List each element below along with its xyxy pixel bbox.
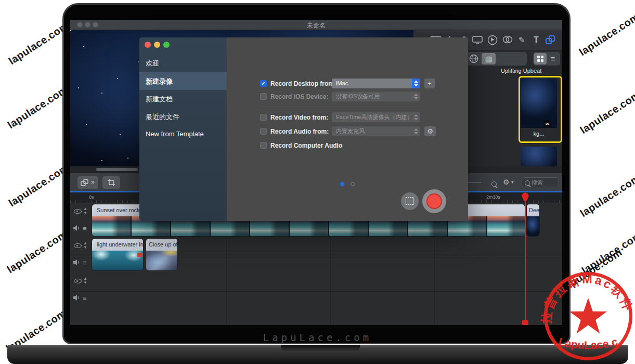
text-icon[interactable]: T bbox=[530, 35, 542, 45]
sidebar-item-recent-files[interactable]: 最近的文件 bbox=[146, 112, 224, 122]
app-titlebar: 未命名 bbox=[70, 20, 562, 30]
dialog-zoom-button[interactable] bbox=[163, 42, 170, 48]
track1-reorder-down-icon[interactable]: ▼ bbox=[83, 211, 87, 215]
record-computer-audio-label: Record Computer Audio bbox=[270, 142, 342, 149]
media-item-label: kg... bbox=[521, 131, 557, 137]
link-circles-icon[interactable] bbox=[502, 35, 513, 44]
sidebar-item-new-document[interactable]: 新建文档 bbox=[146, 95, 224, 104]
pencil-icon[interactable]: ✎ bbox=[516, 35, 527, 45]
timeline-tracks: ▲ ▼ ≡ Sunset over rocky s Dee ▲ ▼ ≡ ligh… bbox=[70, 203, 562, 325]
stepper-icon bbox=[412, 112, 420, 122]
scrollbar[interactable] bbox=[96, 168, 138, 171]
media-item-thumb[interactable] bbox=[521, 147, 557, 166]
clip-closeup[interactable]: Close up of bbox=[146, 238, 178, 271]
record-video-label: Record Video from: bbox=[270, 114, 328, 121]
track2-reorder-up-icon[interactable]: ▲ bbox=[83, 241, 87, 245]
grid-view-icon[interactable] bbox=[534, 53, 547, 64]
globe-tab-icon[interactable] bbox=[466, 53, 481, 64]
record-desktop-checkbox[interactable]: ✓ bbox=[260, 80, 267, 87]
playhead-pin[interactable] bbox=[521, 193, 529, 203]
keypad-tab-icon[interactable]: ▦ bbox=[482, 53, 496, 64]
track2-visibility-icon[interactable] bbox=[74, 243, 82, 248]
stepper-icon bbox=[412, 92, 420, 101]
sidebar-item-welcome[interactable]: 欢迎 bbox=[146, 59, 224, 68]
dialog-content: ✓ Record Desktop from: iMac + Record iOS… bbox=[227, 37, 468, 221]
clip-title: light underwater in bbox=[92, 239, 143, 251]
crop-button[interactable] bbox=[102, 176, 120, 189]
new-recording-dialog: 欢迎 新建录像 新建文档 最近的文件 New from Template ✓ R… bbox=[139, 37, 468, 221]
track2-audio-icon[interactable] bbox=[73, 259, 80, 266]
record-computer-audio-checkbox[interactable] bbox=[260, 142, 267, 149]
track3-reorder-down-icon[interactable]: ▼ bbox=[83, 281, 87, 284]
record-ios-label: Record iOS Device: bbox=[270, 93, 328, 100]
track2-reorder-down-icon[interactable]: ▼ bbox=[83, 245, 87, 249]
record-audio-value: 内置麦克风 bbox=[336, 128, 365, 134]
window-title: 未命名 bbox=[70, 21, 562, 30]
pointer-icon[interactable] bbox=[487, 35, 498, 45]
clip-thumbnails bbox=[146, 251, 177, 271]
record-button[interactable] bbox=[422, 189, 446, 213]
record-ios-select: 没有iOS设备可用 bbox=[332, 92, 420, 101]
record-audio-checkbox[interactable] bbox=[260, 128, 267, 135]
select-region-button[interactable] bbox=[401, 192, 419, 210]
monitor-icon[interactable] bbox=[472, 36, 483, 44]
dialog-close-button[interactable] bbox=[145, 42, 151, 48]
dialog-minimize-button[interactable] bbox=[154, 42, 160, 48]
watermark-text: lapulace.com bbox=[578, 89, 635, 137]
media-group-label-right: Uplifting Upbeat bbox=[501, 68, 541, 74]
playhead-foot-handle[interactable] bbox=[522, 320, 528, 325]
track1-menu-icon[interactable]: ≡ bbox=[83, 225, 87, 232]
stamp-star bbox=[569, 298, 607, 334]
track1-visibility-icon[interactable] bbox=[74, 209, 82, 214]
clip-underwater[interactable]: light underwater in bbox=[92, 238, 144, 271]
page-dot-active[interactable] bbox=[340, 182, 344, 186]
sidebar-item-new-from-template[interactable]: New from Template bbox=[146, 130, 224, 138]
gear-icon[interactable]: ⚙ bbox=[503, 178, 510, 186]
track3-reorder-up-icon[interactable]: ▲ bbox=[83, 277, 87, 280]
track3-menu-icon[interactable]: ≡ bbox=[83, 294, 87, 302]
media-item-thumb[interactable] bbox=[521, 78, 557, 128]
divider bbox=[259, 107, 420, 107]
infinity-badge: ∞ bbox=[543, 120, 551, 127]
media-library-icon[interactable] bbox=[546, 35, 555, 44]
stepper-icon bbox=[412, 126, 420, 136]
audio-settings-button[interactable]: ⚙ bbox=[424, 126, 436, 136]
track3-visibility-icon[interactable] bbox=[74, 279, 82, 283]
record-button-core bbox=[426, 193, 442, 209]
playhead-line[interactable] bbox=[525, 192, 526, 325]
sidebar-item-new-recording[interactable]: 新建录像 bbox=[146, 77, 224, 86]
search-icon[interactable] bbox=[491, 181, 497, 187]
watermark-text: lapulace.com bbox=[6, 162, 71, 210]
clip-marker-badge bbox=[137, 253, 142, 257]
track3-audio-icon[interactable] bbox=[73, 294, 80, 301]
page: { "watermarks": { "tile_text": "lapulace… bbox=[0, 0, 635, 364]
record-audio-select: 内置麦克风 bbox=[332, 126, 420, 136]
record-video-checkbox[interactable] bbox=[260, 114, 267, 121]
track1-audio-icon[interactable] bbox=[73, 225, 80, 231]
record-desktop-label: Record Desktop from: bbox=[270, 80, 336, 87]
record-audio-label: Record Audio from: bbox=[270, 128, 329, 135]
clip-title: Dee bbox=[527, 204, 539, 216]
stepper-icon bbox=[412, 79, 420, 88]
watermark-text: lapulace.com bbox=[578, 172, 635, 220]
laptop-base-notch bbox=[281, 345, 360, 353]
search-input[interactable]: 搜索 bbox=[522, 177, 559, 187]
media-library-toggle-button[interactable]: » bbox=[77, 176, 98, 189]
track1-reorder-up-icon[interactable]: ▲ bbox=[83, 207, 87, 211]
chevron-down-icon[interactable]: ▾ bbox=[511, 179, 514, 185]
record-video-value: FaceTime高清摄像头（内建） bbox=[336, 114, 413, 120]
clip-title: Close up of bbox=[146, 239, 177, 251]
add-display-button[interactable]: + bbox=[424, 79, 435, 88]
watermark-text: lapulace.com bbox=[5, 228, 69, 276]
record-ios-checkbox bbox=[260, 93, 267, 100]
record-desktop-select[interactable]: iMac bbox=[332, 79, 420, 88]
clip-dee[interactable]: Dee bbox=[526, 204, 540, 237]
track-separator bbox=[70, 291, 562, 292]
ruler-label-start: 0s bbox=[89, 194, 94, 200]
dialog-sidebar: 欢迎 新建录像 新建文档 最近的文件 New from Template bbox=[139, 37, 227, 221]
watermark-text: lapulace.com bbox=[6, 20, 71, 68]
list-view-icon[interactable]: ≡ bbox=[547, 53, 559, 64]
track2-menu-icon[interactable]: ≡ bbox=[83, 259, 87, 267]
page-dot-inactive[interactable] bbox=[351, 182, 355, 186]
record-ios-value: 没有iOS设备可用 bbox=[336, 93, 380, 99]
